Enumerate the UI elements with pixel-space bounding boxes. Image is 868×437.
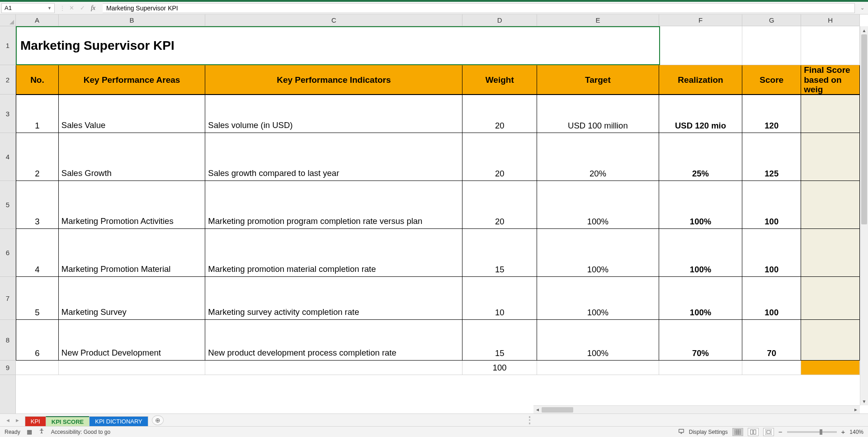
total-weight[interactable]: 100: [462, 361, 537, 375]
cell-r5-c4[interactable]: 100%: [537, 181, 659, 229]
cell-r6-c3[interactable]: 15: [462, 229, 537, 277]
title-cell[interactable]: Marketing Supervisor KPI: [16, 26, 659, 65]
cell-r6-c5[interactable]: 100%: [659, 229, 743, 277]
cell-r8-c3[interactable]: 15: [462, 320, 537, 361]
header-weight[interactable]: Weight: [462, 65, 537, 95]
cell-r8-c2[interactable]: New product development process completi…: [205, 320, 462, 361]
cell-r5-c2[interactable]: Marketing promotion program completion r…: [205, 181, 462, 229]
cell-r4-c2[interactable]: Sales growth compared to last year: [205, 133, 462, 181]
zoom-handle[interactable]: [820, 429, 822, 435]
cell-r3-c5[interactable]: USD 120 mio: [659, 95, 743, 133]
cell-r3-c6[interactable]: 120: [742, 95, 801, 133]
cell-r9-0[interactable]: [16, 361, 59, 375]
cell-r3-c0[interactable]: 1: [16, 95, 59, 133]
header-score[interactable]: Score: [742, 65, 801, 95]
cell-r8-c4[interactable]: 100%: [537, 320, 659, 361]
scroll-up-icon[interactable]: ▲: [860, 26, 868, 34]
page-layout-view-button[interactable]: [748, 428, 759, 436]
cell-r9-4[interactable]: [537, 361, 659, 375]
cell-r7-c4[interactable]: 100%: [537, 277, 659, 320]
cell-r7-c1[interactable]: Marketing Survey: [59, 277, 205, 320]
cell-r7-c7[interactable]: [801, 277, 860, 320]
cells-grid[interactable]: Marketing Supervisor KPINo.Key Performan…: [16, 26, 860, 405]
header-kpa[interactable]: Key Performance Areas: [59, 65, 205, 95]
column-header-C[interactable]: C: [205, 14, 462, 26]
page-break-view-button[interactable]: [763, 428, 774, 436]
row-header-5[interactable]: 5: [0, 181, 15, 229]
cell-r4-c5[interactable]: 25%: [659, 133, 743, 181]
cell-r7-c5[interactable]: 100%: [659, 277, 743, 320]
cell-r6-c1[interactable]: Marketing Promotion Material: [59, 229, 205, 277]
cell-r4-c6[interactable]: 125: [742, 133, 801, 181]
tab-divider[interactable]: [529, 416, 532, 424]
horizontal-scrollbar[interactable]: ◄ ►: [533, 405, 860, 413]
cell-r7-c2[interactable]: Marketing survey activity completion rat…: [205, 277, 462, 320]
column-header-D[interactable]: D: [462, 14, 537, 26]
tab-prev-icon[interactable]: ◄: [4, 417, 12, 424]
accessibility-icon[interactable]: [38, 428, 45, 436]
header-target[interactable]: Target: [537, 65, 659, 95]
formula-expand-button[interactable]: ⌄: [858, 5, 867, 11]
row-header-2[interactable]: 2: [0, 65, 15, 95]
column-header-G[interactable]: G: [742, 14, 801, 26]
vertical-scroll-thumb[interactable]: [861, 34, 867, 224]
scroll-right-icon[interactable]: ►: [852, 407, 860, 412]
cell-r5-c1[interactable]: Marketing Promotion Activities: [59, 181, 205, 229]
tab-next-icon[interactable]: ►: [13, 417, 22, 424]
cell-r6-c4[interactable]: 100%: [537, 229, 659, 277]
cell-r9-5[interactable]: [659, 361, 743, 375]
cell-r4-c7[interactable]: [801, 133, 860, 181]
cell-r3-c1[interactable]: Sales Value: [59, 95, 205, 133]
row-header-7[interactable]: 7: [0, 277, 15, 320]
zoom-level[interactable]: 140%: [849, 429, 863, 435]
cell-F1[interactable]: [659, 26, 743, 65]
cell-r8-c7[interactable]: [801, 320, 860, 361]
header-kpi[interactable]: Key Performance Indicators: [205, 65, 462, 95]
cell-r9-1[interactable]: [59, 361, 205, 375]
cell-r6-c7[interactable]: [801, 229, 860, 277]
cell-r5-c6[interactable]: 100: [742, 181, 801, 229]
zoom-slider[interactable]: [787, 431, 837, 433]
cell-r8-c0[interactable]: 6: [16, 320, 59, 361]
select-all-button[interactable]: [0, 14, 16, 26]
cell-r5-c3[interactable]: 20: [462, 181, 537, 229]
cell-r6-c6[interactable]: 100: [742, 229, 801, 277]
scroll-left-icon[interactable]: ◄: [533, 407, 542, 412]
cell-r9-6[interactable]: [742, 361, 801, 375]
vertical-scrollbar[interactable]: ▲ ▼: [860, 26, 868, 405]
cell-r7-c6[interactable]: 100: [742, 277, 801, 320]
cell-r4-c4[interactable]: 20%: [537, 133, 659, 181]
horizontal-scroll-track[interactable]: [542, 407, 852, 413]
row-header-4[interactable]: 4: [0, 133, 15, 181]
row-header-3[interactable]: 3: [0, 95, 15, 133]
column-header-E[interactable]: E: [537, 14, 659, 26]
cell-H1[interactable]: [801, 26, 860, 65]
name-box[interactable]: A1 ▼: [1, 3, 55, 13]
cancel-formula-button[interactable]: ✕: [66, 3, 76, 13]
sheet-tab-kpi-dictionary[interactable]: KPI DICTIONARY: [89, 416, 148, 426]
header-realization[interactable]: Realization: [659, 65, 743, 95]
cell-r5-c5[interactable]: 100%: [659, 181, 743, 229]
cell-r7-c0[interactable]: 5: [16, 277, 59, 320]
column-header-F[interactable]: F: [659, 14, 743, 26]
add-sheet-button[interactable]: ⊕: [152, 415, 164, 425]
cell-r4-c3[interactable]: 20: [462, 133, 537, 181]
cell-r8-c5[interactable]: 70%: [659, 320, 743, 361]
sheet-tab-kpi-score[interactable]: KPI SCORE: [46, 416, 90, 426]
row-header-6[interactable]: 6: [0, 229, 15, 277]
cell-r9-final[interactable]: [801, 361, 860, 375]
cell-r9-2[interactable]: [205, 361, 462, 375]
row-header-1[interactable]: 1: [0, 26, 15, 65]
cell-r5-c0[interactable]: 3: [16, 181, 59, 229]
header-final[interactable]: Final Score based on weig: [801, 65, 860, 95]
insert-function-button[interactable]: fx: [88, 3, 98, 13]
display-settings-label[interactable]: Display Settings: [689, 429, 728, 435]
cell-r3-c2[interactable]: Sales volume (in USD): [205, 95, 462, 133]
cell-r3-c7[interactable]: [801, 95, 860, 133]
cell-r6-c2[interactable]: Marketing promotion material completion …: [205, 229, 462, 277]
cell-r4-c0[interactable]: 2: [16, 133, 59, 181]
zoom-out-button[interactable]: −: [778, 428, 783, 436]
cell-r8-c1[interactable]: New Product Development: [59, 320, 205, 361]
name-box-dropdown-icon[interactable]: ▼: [47, 6, 52, 10]
column-header-H[interactable]: H: [801, 14, 860, 26]
